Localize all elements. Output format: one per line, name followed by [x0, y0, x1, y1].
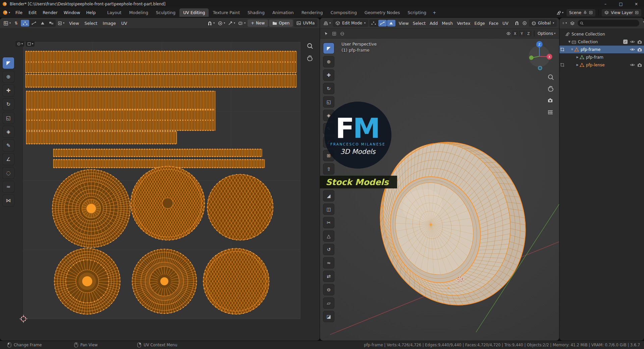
workspace-tab[interactable]: Geometry Nodes: [361, 8, 404, 17]
menu-item[interactable]: Image: [100, 19, 118, 27]
tool-annotate-button[interactable]: ✎: [3, 140, 14, 151]
camera-icon[interactable]: [637, 63, 642, 67]
uv-zoom-icon[interactable]: [308, 44, 313, 49]
gizmo-toggle-button[interactable]: ▾: [227, 19, 236, 27]
tool-scale-button[interactable]: ◱: [323, 97, 334, 107]
tool-shear-button[interactable]: ▱: [323, 298, 334, 308]
camera-icon[interactable]: [637, 40, 642, 44]
tool-knife-button[interactable]: ✂: [323, 217, 334, 228]
tool-rotate-button[interactable]: ↻: [323, 83, 334, 94]
tool-shrink-fatten-button[interactable]: ⊖: [323, 284, 334, 295]
workspace-tab[interactable]: UV Editing: [179, 8, 209, 17]
proportional-edit-button[interactable]: [521, 19, 528, 27]
maximize-button[interactable]: □: [613, 0, 629, 8]
tool-scale-button[interactable]: ◱: [3, 112, 14, 124]
tool-extrude-button[interactable]: ⇧: [323, 164, 334, 174]
viewport-ortho-icon[interactable]: [548, 110, 553, 114]
menu-item[interactable]: Add: [428, 19, 440, 27]
pin-icon[interactable]: [583, 11, 587, 14]
menu-item[interactable]: Window: [61, 9, 83, 16]
mode-selector[interactable]: Edit Mode ▾: [333, 19, 368, 27]
expand-icon[interactable]: ▼: [570, 48, 574, 51]
tool-cursor-button[interactable]: ⊕: [3, 71, 14, 82]
expand-icon[interactable]: ▼: [567, 40, 572, 43]
menu-item[interactable]: Select: [82, 19, 100, 27]
expand-icon[interactable]: ▶: [575, 56, 580, 59]
viewport-pan-icon[interactable]: [548, 86, 553, 91]
tool-rip-region-button[interactable]: ◪: [323, 311, 334, 322]
proportional-edit-button[interactable]: ▾: [217, 19, 226, 27]
outliner-row-collection[interactable]: ▼ Collection ✓: [559, 38, 644, 46]
workspace-tab[interactable]: Rendering: [298, 8, 327, 17]
snap-toggle-button[interactable]: ▾: [206, 19, 216, 27]
editor-type-button[interactable]: ▾: [2, 19, 12, 27]
outliner-row-pfp-fram-meshdata[interactable]: ▶ pfp-fram: [559, 53, 644, 61]
menu-item[interactable]: Help: [83, 9, 99, 16]
tool-measure-button[interactable]: ∠: [3, 154, 14, 165]
menu-item[interactable]: UV: [118, 19, 130, 27]
menu-item[interactable]: View: [66, 19, 82, 27]
uv-canvas[interactable]: [0, 29, 320, 341]
outliner-search-input[interactable]: [585, 21, 637, 25]
workspace-tab[interactable]: Scripting: [404, 8, 430, 17]
uv-corner-widget[interactable]: ▾: [15, 41, 24, 47]
tool-cursor-button[interactable]: ⊕: [323, 56, 334, 67]
blender-app-menu[interactable]: ▾: [0, 10, 12, 15]
mirror-axis-toggle[interactable]: X: [512, 31, 518, 37]
new-layer-icon[interactable]: [635, 11, 639, 14]
menu-item[interactable]: Face: [487, 19, 500, 27]
viewport-zoom-icon[interactable]: [548, 75, 553, 80]
active-tool-icon[interactable]: [323, 30, 329, 37]
expand-icon[interactable]: ▶: [575, 63, 580, 66]
new-image-button[interactable]: + New: [248, 19, 268, 27]
menu-item[interactable]: Mesh: [440, 19, 455, 27]
uv-select-edge-button[interactable]: [30, 20, 38, 26]
sticky-select-button[interactable]: ▾: [57, 19, 65, 27]
tool-transform-button[interactable]: ◈: [3, 126, 14, 137]
uv-select-face-button[interactable]: [38, 20, 47, 26]
uv-pan-icon[interactable]: [308, 56, 312, 61]
model-pfp-frame[interactable]: [361, 125, 544, 323]
outliner-search[interactable]: [578, 20, 639, 26]
tool-poly-build-button[interactable]: △: [323, 231, 334, 241]
overlays-toggle-button[interactable]: ▾: [237, 19, 247, 27]
tool-grab-button[interactable]: ◌: [3, 167, 14, 179]
select-face-button[interactable]: [387, 20, 395, 26]
workspace-tab[interactable]: Modeling: [125, 8, 152, 17]
tool-settings-button[interactable]: [331, 30, 337, 37]
outliner-row-pfp-lense[interactable]: ▶ pfp-lense: [559, 61, 644, 69]
menu-item[interactable]: File: [12, 9, 25, 16]
collection-checkbox[interactable]: ✓: [623, 40, 628, 44]
workspace-tab[interactable]: Texture Paint: [209, 8, 244, 17]
tool-rotate-button[interactable]: ↻: [3, 99, 14, 110]
menu-item[interactable]: Edge: [472, 19, 487, 27]
workspace-tab[interactable]: Compositing: [327, 8, 360, 17]
menu-item[interactable]: Select: [411, 19, 428, 27]
tool-move-button[interactable]: ✚: [323, 70, 334, 80]
workspace-tab[interactable]: Layout: [103, 8, 125, 17]
eye-icon[interactable]: [630, 63, 635, 67]
uv-sync-toggle[interactable]: ⇅: [13, 19, 19, 27]
close-button[interactable]: ×: [629, 0, 644, 8]
viewport-camera-icon[interactable]: [548, 99, 552, 103]
scene-browse-button[interactable]: ▾: [555, 9, 565, 16]
view-layer-selector[interactable]: View Layer: [602, 9, 641, 16]
outliner-row-scene-collection[interactable]: Scene Collection: [559, 30, 644, 38]
tool-loop-cut-button[interactable]: ◫: [323, 204, 334, 215]
workspace-tab[interactable]: Sculpting: [152, 8, 179, 17]
tool-edge-slide-button[interactable]: ⇄: [323, 271, 334, 282]
snap-toggle-button[interactable]: [514, 19, 520, 27]
menu-item[interactable]: UV: [500, 19, 511, 27]
editor-type-button[interactable]: ▾: [561, 19, 568, 27]
editor-type-button[interactable]: ▾: [322, 19, 332, 27]
menu-item[interactable]: Render: [40, 9, 61, 16]
tool-spin-button[interactable]: ↺: [323, 244, 334, 255]
tool-pinch-button[interactable]: ⋈: [3, 195, 14, 206]
eye-icon[interactable]: [630, 40, 635, 44]
workspace-tab[interactable]: Animation: [269, 8, 298, 17]
open-image-button[interactable]: Open: [269, 19, 293, 27]
menu-item[interactable]: Vertex: [455, 19, 472, 27]
minimize-button[interactable]: –: [598, 0, 613, 8]
new-scene-icon[interactable]: [589, 11, 593, 14]
mirror-axis-toggle[interactable]: Y: [519, 31, 525, 37]
